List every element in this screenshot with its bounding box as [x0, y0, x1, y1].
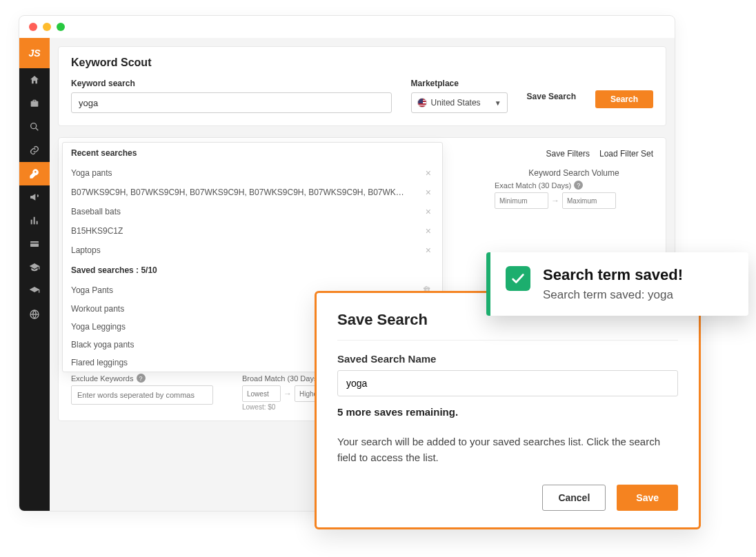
exact-match-range: → [495, 192, 653, 209]
toast-subtitle: Search term saved: yoga [543, 288, 683, 302]
success-toast: Search term saved! Search term saved: yo… [486, 252, 748, 316]
search-input[interactable] [71, 92, 392, 113]
bars-icon [29, 215, 40, 226]
flag-icon [417, 98, 427, 108]
remove-icon[interactable]: × [423, 168, 434, 179]
svg-rect-5 [30, 241, 39, 247]
nav-card[interactable] [19, 232, 50, 256]
name-label: Saved Search Name [337, 353, 678, 365]
titlebar [19, 16, 675, 38]
recent-item[interactable]: Baseball bats× [63, 202, 442, 221]
save-filters-link[interactable]: Save Filters [546, 149, 590, 159]
briefcase-icon [29, 98, 40, 109]
volume-header: Keyword Search Volume [495, 168, 653, 178]
nav-briefcase[interactable] [19, 92, 50, 115]
chevron-down-icon: ▼ [495, 99, 501, 107]
help-icon[interactable]: ? [137, 374, 146, 383]
svg-rect-3 [34, 217, 35, 225]
marketplace-label: Marketplace [411, 79, 508, 88]
top-card: Keyword Scout Keyword search Marketplace… [58, 46, 666, 126]
saves-remaining: 5 more saves remaining. [337, 406, 678, 418]
save-button[interactable]: Save [617, 485, 678, 511]
svg-point-0 [31, 123, 37, 129]
exact-min-input[interactable] [495, 192, 548, 209]
recent-item[interactable]: Laptops× [63, 241, 442, 260]
cancel-button[interactable]: Cancel [542, 485, 606, 511]
modal-actions: Cancel Save [337, 485, 678, 511]
exclude-input[interactable] [71, 385, 213, 405]
remove-icon[interactable]: × [423, 245, 434, 256]
logo[interactable]: JS [19, 38, 50, 68]
nav-globe[interactable] [19, 303, 50, 326]
marketplace-value: United States [431, 98, 481, 108]
marketplace-block: Marketplace United States ▼ [411, 79, 508, 113]
graduation-icon [29, 262, 40, 273]
exclude-label: Exclude Keywords? [71, 374, 223, 383]
key-icon [29, 168, 40, 179]
search-label: Keyword search [71, 79, 392, 88]
broad-low[interactable] [242, 385, 281, 402]
toast-title: Search term saved! [543, 266, 683, 284]
saved-search-name-input[interactable] [337, 370, 678, 396]
nav-keyword[interactable] [19, 162, 50, 185]
nav-grad[interactable] [19, 256, 50, 279]
check-icon [506, 266, 530, 291]
search-icon [29, 121, 40, 132]
svg-rect-6 [30, 243, 39, 243]
svg-rect-4 [37, 221, 38, 225]
recent-item[interactable]: B07WKS9C9H, B07WKS9C9H, B07WKS9C9H, B07W… [63, 183, 442, 202]
save-search-modal: Save Search Saved Search Name 5 more sav… [315, 291, 701, 529]
divider [337, 340, 678, 341]
card-icon [29, 239, 40, 250]
graduation2-icon [29, 285, 40, 296]
nav-link[interactable] [19, 139, 50, 162]
remove-icon[interactable]: × [423, 225, 434, 236]
recent-searches-header: Recent searches [63, 143, 442, 163]
marketplace-select[interactable]: United States ▼ [411, 92, 508, 113]
search-block: Keyword search [71, 79, 392, 113]
top-row: Keyword search Marketplace United States… [71, 79, 653, 113]
zoom-dot[interactable] [57, 23, 65, 31]
nav-grad2[interactable] [19, 279, 50, 303]
svg-rect-2 [31, 220, 32, 225]
minimize-dot[interactable] [43, 23, 51, 31]
recent-item[interactable]: Yoga pants× [63, 163, 442, 183]
saved-searches-header: Saved searches : 5/10 [63, 260, 442, 281]
recent-item[interactable]: B15HKS9C1Z× [63, 221, 442, 241]
modal-description: Your search will be added to your saved … [337, 434, 678, 465]
remove-icon[interactable]: × [423, 206, 434, 217]
nav-search[interactable] [19, 115, 50, 139]
globe-icon [29, 309, 40, 320]
sidebar: JS [19, 38, 50, 511]
svg-line-1 [36, 128, 38, 130]
nav-megaphone[interactable] [19, 185, 50, 209]
home-icon [29, 74, 40, 85]
link-icon [29, 145, 40, 156]
search-button[interactable]: Search [595, 90, 653, 108]
nav-bars[interactable] [19, 209, 50, 232]
nav-home[interactable] [19, 68, 50, 92]
megaphone-icon [29, 192, 40, 203]
save-search-link[interactable]: Save Search [527, 79, 576, 101]
page-title: Keyword Scout [71, 57, 653, 69]
help-icon[interactable]: ? [574, 181, 583, 190]
arrow-icon: → [551, 196, 559, 205]
load-filter-set-link[interactable]: Load Filter Set [599, 149, 653, 159]
remove-icon[interactable]: × [423, 187, 434, 198]
close-dot[interactable] [29, 23, 37, 31]
exact-match-label: Exact Match (30 Days)? [495, 181, 653, 190]
exact-max-input[interactable] [562, 192, 616, 209]
